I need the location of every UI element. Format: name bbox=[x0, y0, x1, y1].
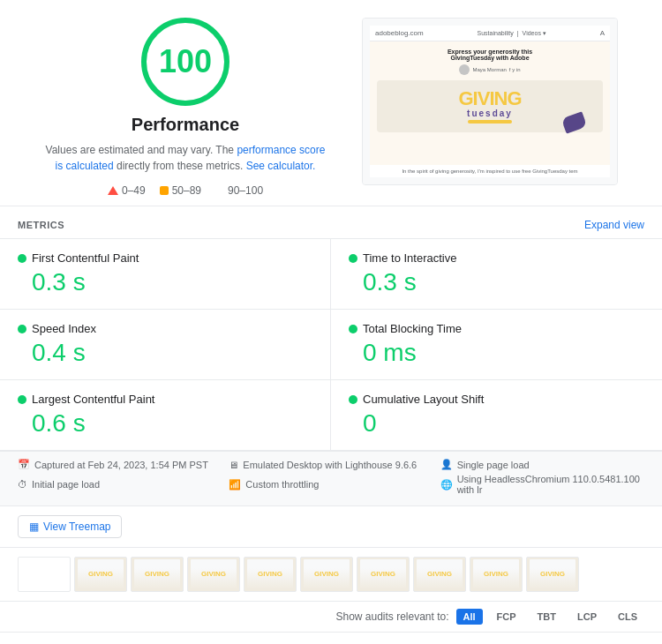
screenshot-footer: In the spirit of giving generosity, I'm … bbox=[370, 165, 610, 177]
filmstrip-frame-2: GIVING bbox=[131, 557, 184, 592]
metric-cls-value: 0 bbox=[363, 409, 644, 438]
audit-filter-label: Show audits relevant to: bbox=[335, 610, 448, 623]
filmstrip-thumb: GIVING bbox=[470, 557, 523, 592]
opportunities-section: OPPORTUNITIES Opportunity Estimated Savi… bbox=[0, 633, 662, 644]
metric-lcp-dot bbox=[18, 395, 26, 404]
legend-medium-icon bbox=[160, 186, 169, 195]
metric-tbt-value: 0 ms bbox=[363, 339, 644, 367]
filmstrip-thumb: GIVING bbox=[300, 557, 353, 592]
metrics-grid: First Contentful Paint 0.3 s Time to Int… bbox=[0, 238, 662, 451]
metric-fcp-name: First Contentful Paint bbox=[32, 251, 139, 265]
treemap-row: ▦ View Treemap bbox=[0, 506, 662, 548]
filmstrip-frame-0 bbox=[18, 557, 71, 592]
metric-tti-dot bbox=[349, 254, 357, 263]
legend-good-icon bbox=[215, 186, 224, 195]
giving-text: GIVING bbox=[458, 89, 521, 109]
metric-cls-dot bbox=[349, 395, 357, 404]
score-title: Performance bbox=[132, 115, 239, 135]
globe-icon: 🌐 bbox=[440, 479, 453, 490]
filmstrip-thumb: GIVING bbox=[244, 557, 297, 592]
filmstrip-thumb: GIVING bbox=[131, 557, 184, 592]
giving-underline bbox=[468, 120, 512, 124]
screenshot-body: Express your generosity thisGivingTuesda… bbox=[370, 41, 610, 165]
legend-bad: 0–49 bbox=[108, 184, 146, 197]
timer-icon: ⏱ bbox=[18, 479, 27, 490]
legend-medium: 50–89 bbox=[160, 184, 201, 197]
audit-filters: Show audits relevant to: All FCP TBT LCP… bbox=[0, 602, 662, 633]
tuesday-text: tuesday bbox=[467, 109, 513, 118]
legend: 0–49 50–89 90–100 bbox=[108, 184, 263, 197]
treemap-icon: ▦ bbox=[29, 520, 39, 533]
filmstrip-frame-5: GIVING bbox=[300, 557, 353, 592]
metric-tti-value: 0.3 s bbox=[363, 268, 644, 296]
filmstrip-frame-9: GIVING bbox=[526, 557, 579, 592]
metric-si: Speed Index 0.4 s bbox=[0, 310, 331, 380]
filmstrip-frame-6: GIVING bbox=[357, 557, 410, 592]
metric-cls: Cumulative Layout Shift 0 bbox=[331, 380, 662, 451]
filmstrip-thumb: GIVING bbox=[357, 557, 410, 592]
metrics-header: METRICS Expand view bbox=[0, 206, 662, 238]
info-browser: 🌐 Using HeadlessChromium 110.0.5481.100 … bbox=[440, 474, 644, 495]
metric-cls-name: Cumulative Layout Shift bbox=[363, 393, 484, 406]
info-throttling: 📶 Custom throttling bbox=[229, 474, 433, 495]
info-captured: 📅 Captured at Feb 24, 2023, 1:54 PM PST bbox=[18, 459, 222, 470]
view-treemap-button[interactable]: ▦ View Treemap bbox=[18, 515, 122, 538]
screenshot-preview: adobeblog.com Sustainability | Videos ▾ … bbox=[362, 18, 618, 185]
screenshot-author: Maya Morman f y in bbox=[459, 64, 520, 75]
metric-tbt: Total Blocking Time 0 ms bbox=[331, 310, 662, 380]
filmstrip-frame-1: GIVING bbox=[74, 557, 127, 592]
filmstrip-thumb: GIVING bbox=[187, 557, 240, 592]
expand-view-link[interactable]: Expand view bbox=[584, 219, 644, 231]
legend-good: 90–100 bbox=[215, 184, 263, 197]
metric-lcp-value: 0.6 s bbox=[32, 409, 312, 438]
info-bar: 📅 Captured at Feb 24, 2023, 1:54 PM PST … bbox=[0, 451, 662, 506]
filter-fcp-button[interactable]: FCP bbox=[490, 609, 523, 625]
metric-si-value: 0.4 s bbox=[32, 339, 312, 367]
see-calculator-link[interactable]: See calculator. bbox=[246, 160, 316, 172]
calendar-icon: 📅 bbox=[18, 459, 30, 470]
metric-tbt-name: Total Blocking Time bbox=[363, 322, 462, 335]
info-row-1: 📅 Captured at Feb 24, 2023, 1:54 PM PST … bbox=[18, 459, 644, 470]
metric-fcp-dot bbox=[18, 254, 26, 263]
metric-tti-name: Time to Interactive bbox=[363, 251, 456, 265]
info-initial-load: ⏱ Initial page load bbox=[18, 474, 222, 495]
filmstrip-frame-7: GIVING bbox=[413, 557, 466, 592]
info-row-2: ⏱ Initial page load 📶 Custom throttling … bbox=[18, 474, 644, 495]
filmstrip: GIVING GIVING GIVING GIVING GIVING GIVIN… bbox=[0, 548, 662, 602]
desktop-icon: 🖥 bbox=[229, 460, 238, 470]
filter-lcp-button[interactable]: LCP bbox=[570, 609, 604, 625]
filmstrip-frame-4: GIVING bbox=[244, 557, 297, 592]
opportunities-header: OPPORTUNITIES bbox=[18, 633, 644, 644]
metric-fcp-value: 0.3 s bbox=[32, 268, 312, 296]
metric-lcp: Largest Contentful Paint 0.6 s bbox=[0, 380, 331, 451]
metric-tti: Time to Interactive 0.3 s bbox=[331, 239, 662, 310]
filmstrip-thumb: GIVING bbox=[526, 557, 579, 592]
legend-bad-icon bbox=[108, 186, 118, 195]
filter-cls-button[interactable]: CLS bbox=[611, 609, 644, 625]
score-circle: 100 bbox=[141, 18, 229, 106]
filmstrip-frame-8: GIVING bbox=[470, 557, 523, 592]
metric-tbt-dot bbox=[349, 325, 357, 333]
filter-all-button[interactable]: All bbox=[456, 609, 483, 625]
score-value: 100 bbox=[159, 43, 212, 80]
purple-blob bbox=[561, 111, 588, 133]
author-avatar bbox=[459, 64, 470, 75]
filmstrip-blank bbox=[18, 557, 71, 592]
metric-si-dot bbox=[18, 325, 26, 333]
filmstrip-thumb: GIVING bbox=[413, 557, 466, 592]
info-emulated: 🖥 Emulated Desktop with Lighthouse 9.6.6 bbox=[229, 459, 433, 470]
user-icon: 👤 bbox=[440, 459, 453, 470]
giving-tuesday-image: GIVING tuesday bbox=[377, 80, 603, 132]
filter-tbt-button[interactable]: TBT bbox=[530, 609, 563, 625]
author-name: Maya Morman bbox=[472, 67, 506, 72]
screenshot-headline: Express your generosity thisGivingTuesda… bbox=[448, 49, 532, 61]
filmstrip-frame-3: GIVING bbox=[187, 557, 240, 592]
network-icon: 📶 bbox=[229, 479, 241, 490]
metric-fcp: First Contentful Paint 0.3 s bbox=[0, 239, 331, 310]
metrics-label: METRICS bbox=[18, 220, 64, 230]
metric-lcp-name: Largest Contentful Paint bbox=[32, 393, 154, 406]
metric-si-name: Speed Index bbox=[32, 322, 96, 335]
info-single-page: 👤 Single page load bbox=[440, 459, 644, 470]
filmstrip-thumb: GIVING bbox=[74, 557, 127, 592]
screenshot-topbar: adobeblog.com Sustainability | Videos ▾ … bbox=[370, 26, 610, 41]
